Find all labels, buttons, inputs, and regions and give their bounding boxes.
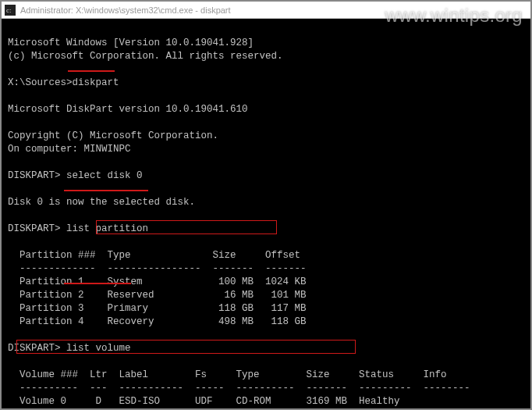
prompt-diskpart: DISKPART> <box>8 170 66 181</box>
annotation-underline-diskpart <box>68 70 115 72</box>
cmd-window: c: Administrator: X:\windows\system32\cm… <box>0 0 532 410</box>
table-row: Partition 3 Primary 118 GB 117 MB <box>8 303 307 314</box>
cmd-select-disk: select disk 0 <box>66 170 143 181</box>
cmd-list-volume: list volume <box>66 343 131 354</box>
line-dpcopy: Copyright (C) Microsoft Corporation. <box>8 130 218 141</box>
volume-divider: ---------- --- ----------- ----- -------… <box>8 383 470 394</box>
prompt-diskpart: DISKPART> <box>8 223 66 234</box>
annotation-underline-listpartition <box>64 190 148 191</box>
titlebar: c: Administrator: X:\windows\system32\cm… <box>2 2 530 19</box>
cmd-list-partition: list partition <box>66 223 148 234</box>
table-row: Partition 4 Recovery 498 MB 118 GB <box>8 316 307 327</box>
line-oncomputer: On computer: MINWINPC <box>8 144 131 155</box>
partition-divider: ------------- ---------------- ------- -… <box>8 263 307 274</box>
table-row: Volume 0 D ESD-ISO UDF CD-ROM 3169 MB He… <box>8 396 400 407</box>
cmd-icon: c: <box>5 5 16 16</box>
prompt-sources: X:\Sources> <box>8 77 73 88</box>
prompt-diskpart: DISKPART> <box>8 343 66 354</box>
partition-header: Partition ### Type Size Offset <box>8 250 300 261</box>
svg-text:c:: c: <box>6 6 12 14</box>
console-area[interactable]: Microsoft Windows [Version 10.0.19041.92… <box>2 19 530 408</box>
volume-header: Volume ### Ltr Label Fs Type Size Status… <box>8 369 447 380</box>
line-disk-selected: Disk 0 is now the selected disk. <box>8 197 195 208</box>
line-dpver: Microsoft DiskPart version 10.0.19041.61… <box>8 104 248 115</box>
line-copyright: (c) Microsoft Corporation. All rights re… <box>8 51 283 62</box>
window-title: Administrator: X:\windows\system32\cmd.e… <box>20 5 231 15</box>
table-row: Partition 1 System 100 MB 1024 KB <box>8 276 307 287</box>
cmd-diskpart: diskpart <box>73 77 119 88</box>
line-winver: Microsoft Windows [Version 10.0.19041.92… <box>8 37 254 48</box>
table-row: Partition 2 Reserved 16 MB 101 MB <box>8 290 307 301</box>
